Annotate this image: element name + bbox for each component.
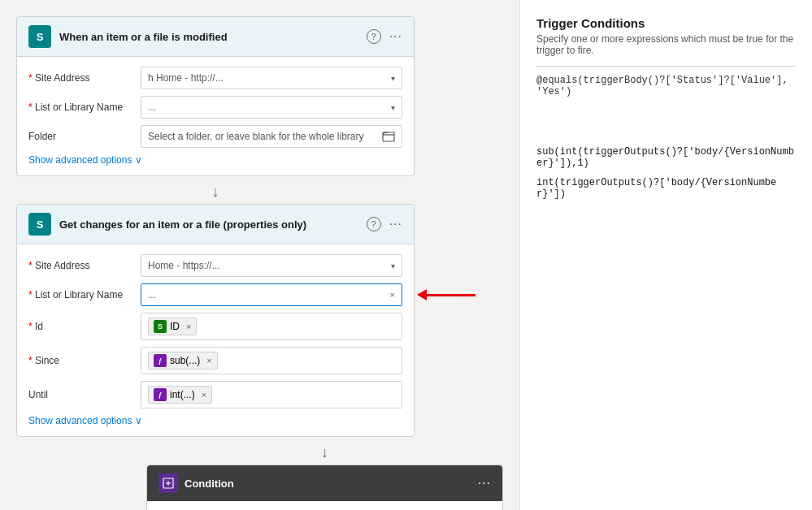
trigger-title: When an item or a file is modified	[59, 31, 228, 43]
changes-since-tag: f sub(...) ×	[148, 352, 218, 370]
trigger-conditions-section: Trigger Conditions Specify one or more e…	[536, 16, 796, 97]
changes-until-tag: f int(...) ×	[148, 386, 212, 404]
condition-title: Condition	[185, 478, 234, 490]
trigger-header-left: S When an item or a file is modified	[28, 25, 228, 48]
connector-2: ↓	[146, 440, 503, 465]
changes-list-input[interactable]: ... ×	[141, 283, 402, 306]
trigger-card-body: Site Address h Home - http://... ▾ List …	[17, 57, 414, 175]
changes-since-row: Since f sub(...) ×	[28, 347, 402, 374]
changes-help-icon[interactable]: ?	[367, 217, 381, 231]
condition-card: Condition ··· S Has Colu... × is equal t…	[146, 465, 503, 510]
changes-id-row: Id S ID ×	[28, 313, 402, 340]
changes-list-clear[interactable]: ×	[390, 290, 395, 300]
trigger-list-chevron: ▾	[391, 103, 395, 112]
trigger-show-advanced-label: Show advanced options	[28, 154, 132, 166]
condition-header-left: Condition	[158, 473, 234, 493]
changes-site-label: Site Address	[28, 260, 134, 271]
changes-show-advanced-chevron: ∨	[135, 415, 142, 426]
svg-rect-0	[383, 132, 394, 141]
trigger-list-input[interactable]: ... ▾	[141, 96, 402, 119]
changes-since-input[interactable]: f sub(...) ×	[141, 347, 402, 374]
since-tag-remove[interactable]: ×	[206, 356, 211, 365]
trigger-conditions-expression: @equals(triggerBody()?['Status']?['Value…	[536, 75, 796, 97]
trigger-list-row: List or Library Name ... ▾	[28, 96, 402, 119]
folder-browse-icon	[382, 130, 395, 143]
trigger-help-icon[interactable]: ?	[367, 29, 381, 44]
changes-site-chevron: ▾	[391, 261, 395, 270]
trigger-conditions-subtitle: Specify one or more expressions which mu…	[536, 33, 796, 56]
red-arrow-indicator	[417, 289, 475, 300]
trigger-folder-placeholder: Select a folder, or leave blank for the …	[148, 131, 382, 142]
flow-canvas: S When an item or a file is modified ? ·…	[0, 0, 519, 510]
trigger-folder-input[interactable]: Select a folder, or leave blank for the …	[141, 125, 402, 148]
trigger-site-address-row: Site Address h Home - http://... ▾	[28, 67, 402, 89]
changes-card: S Get changes for an item or a file (pro…	[16, 204, 415, 437]
formula-2: int(triggerOutputs()?['body/{VersionNumb…	[536, 177, 796, 200]
changes-ellipsis-icon[interactable]: ···	[389, 217, 402, 231]
trigger-show-advanced-link[interactable]: Show advanced options ∨	[28, 154, 402, 166]
trigger-show-advanced-chevron: ∨	[135, 154, 142, 166]
arrow-down-2: ↓	[321, 445, 328, 460]
red-arrow-head	[417, 289, 427, 300]
changes-id-tag: S ID ×	[148, 318, 197, 335]
changes-show-advanced-link[interactable]: Show advanced options ∨	[28, 415, 402, 426]
changes-id-label: Id	[28, 321, 134, 332]
changes-title: Get changes for an item or a file (prope…	[59, 218, 306, 231]
since-tag-label: sub(...)	[170, 355, 200, 366]
changes-show-advanced-label: Show advanced options	[28, 415, 132, 426]
id-tag-icon: S	[154, 320, 167, 333]
changes-list-label: List or Library Name	[28, 289, 134, 300]
condition-icon-svg	[163, 478, 174, 489]
id-tag-remove[interactable]: ×	[186, 322, 191, 331]
condition-header: Condition ···	[147, 465, 502, 501]
trigger-site-address-chevron: ▾	[391, 74, 395, 83]
trigger-site-address-input[interactable]: h Home - http://... ▾	[141, 67, 402, 89]
changes-list-value: ...	[148, 289, 387, 300]
trigger-folder-row: Folder Select a folder, or leave blank f…	[28, 125, 402, 148]
changes-card-body: Site Address Home - https://... ▾ List o…	[17, 244, 414, 436]
trigger-ellipsis-icon[interactable]: ···	[389, 29, 402, 44]
condition-body: S Has Colu... × is equal to ▾ f true × +…	[147, 501, 502, 510]
changes-until-input[interactable]: f int(...) ×	[141, 381, 402, 408]
changes-until-label: Until	[28, 389, 134, 400]
formula-section: sub(int(triggerOutputs()?['body/{Version…	[536, 146, 796, 200]
changes-header-left: S Get changes for an item or a file (pro…	[28, 213, 306, 236]
changes-site-value: Home - https://...	[148, 260, 388, 271]
until-tag-icon: f	[154, 388, 167, 401]
trigger-card-header: S When an item or a file is modified ? ·…	[17, 17, 414, 57]
changes-actions: ? ···	[367, 217, 402, 231]
formula-1: sub(int(triggerOutputs()?['body/{Version…	[536, 146, 796, 169]
changes-icon: S	[28, 213, 51, 236]
trigger-folder-label: Folder	[28, 131, 134, 142]
changes-site-row: Site Address Home - https://... ▾	[28, 254, 402, 277]
condition-ellipsis-icon[interactable]: ···	[478, 476, 491, 491]
trigger-list-value: ...	[148, 102, 388, 113]
trigger-list-label: List or Library Name	[28, 102, 134, 113]
trigger-card: S When an item or a file is modified ? ·…	[16, 16, 415, 176]
changes-since-label: Since	[28, 355, 134, 366]
red-arrow-line	[427, 294, 475, 296]
trigger-actions: ? ···	[367, 29, 402, 44]
changes-site-input[interactable]: Home - https://... ▾	[141, 254, 402, 277]
changes-until-row: Until f int(...) ×	[28, 381, 402, 408]
trigger-site-address-label: Site Address	[28, 72, 134, 84]
trigger-conditions-divider	[536, 66, 796, 67]
right-panel: Trigger Conditions Specify one or more e…	[519, 0, 812, 510]
until-tag-remove[interactable]: ×	[202, 390, 206, 400]
changes-list-row: List or Library Name ... ×	[28, 283, 402, 306]
condition-icon	[158, 473, 178, 493]
changes-id-input[interactable]: S ID ×	[141, 313, 402, 340]
since-tag-icon: f	[154, 354, 167, 367]
trigger-icon: S	[28, 25, 51, 48]
connector-1: ↓	[16, 179, 415, 204]
id-tag-label: ID	[170, 321, 180, 332]
trigger-site-address-value: h Home - http://...	[148, 72, 388, 84]
changes-card-header: S Get changes for an item or a file (pro…	[17, 205, 414, 244]
until-tag-label: int(...)	[170, 389, 195, 400]
trigger-conditions-title: Trigger Conditions	[536, 16, 796, 30]
arrow-down-1: ↓	[212, 184, 219, 199]
